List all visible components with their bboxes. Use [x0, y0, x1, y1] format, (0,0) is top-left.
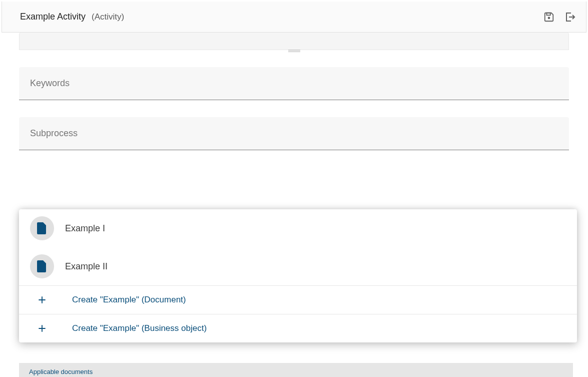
create-business-object-label: Create "Example" (Business object): [72, 323, 207, 333]
subprocess-section[interactable]: Subprocess: [19, 117, 569, 150]
applicable-documents-label: Applicable documents: [29, 368, 563, 375]
svg-point-1: [548, 17, 550, 19]
document-icon: [30, 254, 54, 278]
applicable-documents-field[interactable]: Applicable documents: [19, 363, 573, 377]
plus-icon: [30, 295, 54, 305]
keywords-section[interactable]: Keywords: [19, 67, 569, 100]
autocomplete-dropdown: Example I Example II Create "Example" (D…: [19, 209, 577, 342]
create-business-object-option[interactable]: Create "Example" (Business object): [19, 314, 577, 342]
page-subtitle: (Activity): [92, 12, 124, 22]
dropdown-item-example-1[interactable]: Example I: [19, 209, 577, 247]
dropdown-item-example-2[interactable]: Example II: [19, 247, 577, 285]
create-document-option[interactable]: Create "Example" (Document): [19, 286, 577, 314]
create-document-label: Create "Example" (Document): [72, 295, 186, 305]
header-actions: [543, 11, 576, 23]
svg-rect-0: [546, 13, 550, 15]
header-title-wrap: Example Activity (Activity): [20, 12, 124, 22]
keywords-label: Keywords: [30, 78, 558, 89]
page-title: Example Activity: [20, 12, 86, 22]
document-icon: [30, 216, 54, 240]
subprocess-label: Subprocess: [30, 128, 558, 139]
resize-handle-icon[interactable]: [288, 50, 300, 52]
save-icon[interactable]: [543, 11, 555, 23]
dropdown-item-label: Example II: [65, 261, 108, 272]
content-area: Keywords Subprocess Example I Example II: [0, 33, 588, 150]
exit-icon[interactable]: [564, 11, 576, 23]
collapsed-panel: [19, 33, 569, 50]
header-bar: Example Activity (Activity): [2, 2, 586, 33]
plus-icon: [30, 323, 54, 333]
dropdown-item-label: Example I: [65, 223, 105, 234]
